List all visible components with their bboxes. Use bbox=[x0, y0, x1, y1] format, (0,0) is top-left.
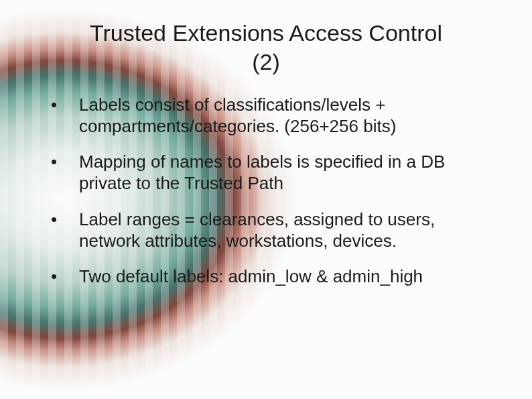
bullet-icon: • bbox=[47, 209, 79, 230]
slide-title: Trusted Extensions Access Control (2) bbox=[54, 19, 478, 76]
list-item: • Mapping of names to labels is specifie… bbox=[47, 152, 492, 194]
list-item: • Labels consist of classifications/leve… bbox=[47, 95, 492, 137]
bullet-icon: • bbox=[47, 95, 79, 115]
bullet-list: • Labels consist of classifications/leve… bbox=[40, 95, 492, 288]
bullet-text: Mapping of names to labels is specified … bbox=[79, 152, 492, 194]
title-line-1: Trusted Extensions Access Control bbox=[90, 20, 442, 46]
list-item: • Label ranges = clearances, assigned to… bbox=[47, 209, 492, 251]
bullet-text: Two default labels: admin_low & admin_hi… bbox=[79, 266, 492, 288]
bullet-icon: • bbox=[47, 266, 79, 287]
title-line-2: (2) bbox=[252, 49, 280, 74]
bullet-text: Labels consist of classifications/levels… bbox=[79, 95, 492, 137]
bullet-text: Label ranges = clearances, assigned to u… bbox=[79, 209, 492, 251]
list-item: • Two default labels: admin_low & admin_… bbox=[47, 266, 492, 288]
slide-content: Trusted Extensions Access Control (2) • … bbox=[0, 0, 532, 399]
bullet-icon: • bbox=[47, 152, 79, 172]
